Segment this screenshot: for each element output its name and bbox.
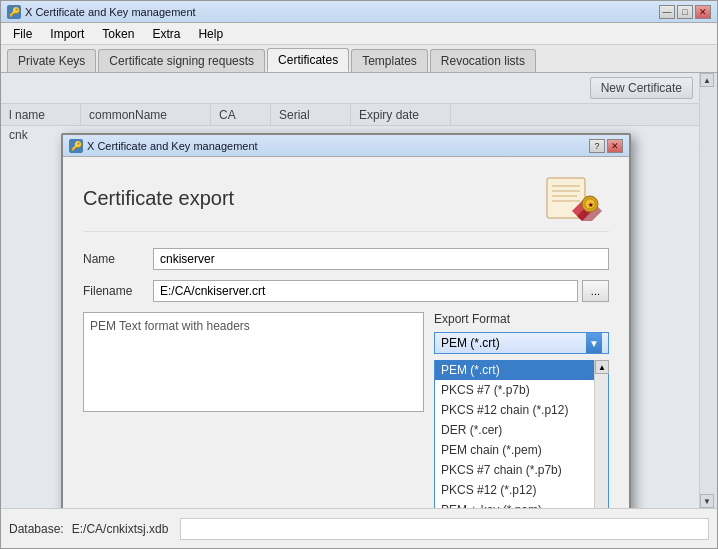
title-bar-controls: — □ ✕	[659, 5, 711, 19]
format-area: Export Format PEM (*.crt) ▼ PEM (*.crt)	[434, 312, 609, 508]
cert-decoration: ★	[539, 173, 609, 223]
db-path: E:/CA/cnkixtsj.xdb	[72, 522, 169, 536]
name-input[interactable]	[153, 248, 609, 270]
tab-revocation[interactable]: Revocation lists	[430, 49, 536, 72]
minimize-button[interactable]: —	[659, 5, 675, 19]
dialog-title-bar: 🔑 X Certificate and Key management ? ✕	[63, 135, 629, 157]
format-option-7[interactable]: PEM + key (*.pem)	[435, 500, 594, 508]
export-format-label: Export Format	[434, 312, 609, 326]
dropdown-list-inner: PEM (*.crt) PKCS #7 (*.p7b) PKCS #12 cha…	[435, 360, 608, 508]
dropdown-scroll-track	[595, 374, 608, 508]
tab-csr[interactable]: Certificate signing requests	[98, 49, 265, 72]
format-option-0[interactable]: PEM (*.crt)	[435, 360, 594, 380]
dialog-icon: 🔑	[69, 139, 83, 153]
filename-input[interactable]	[153, 280, 578, 302]
main-window-title: X Certificate and Key management	[25, 6, 196, 18]
name-row: Name	[83, 248, 609, 270]
title-bar: 🔑 X Certificate and Key management — □ ✕	[1, 1, 717, 23]
menu-token[interactable]: Token	[94, 25, 142, 43]
app-icon: 🔑	[7, 5, 21, 19]
dialog-close-button[interactable]: ✕	[607, 139, 623, 153]
dialog-help-button[interactable]: ?	[589, 139, 605, 153]
filename-label: Filename	[83, 284, 153, 298]
dialog-title-left: 🔑 X Certificate and Key management	[69, 139, 258, 153]
close-button[interactable]: ✕	[695, 5, 711, 19]
menu-extra[interactable]: Extra	[144, 25, 188, 43]
main-window: 🔑 X Certificate and Key management — □ ✕…	[0, 0, 718, 549]
menu-help[interactable]: Help	[190, 25, 231, 43]
dialog-heading-text: Certificate export	[83, 187, 234, 210]
menu-bar: File Import Token Extra Help	[1, 23, 717, 45]
format-dropdown-list: PEM (*.crt) PKCS #7 (*.p7b) PKCS #12 cha…	[434, 360, 609, 508]
tab-templates[interactable]: Templates	[351, 49, 428, 72]
tab-certificates[interactable]: Certificates	[267, 48, 349, 72]
maximize-button[interactable]: □	[677, 5, 693, 19]
content-area: New Certificate l name commonName CA Ser…	[1, 73, 717, 508]
format-select-header[interactable]: PEM (*.crt) ▼	[434, 332, 609, 354]
format-option-4[interactable]: PEM chain (*.pem)	[435, 440, 594, 460]
db-path-input[interactable]	[180, 518, 709, 540]
dropdown-arrow-icon[interactable]: ▼	[586, 333, 602, 353]
format-option-1[interactable]: PKCS #7 (*.p7b)	[435, 380, 594, 400]
format-option-2[interactable]: PKCS #12 chain (*.p12)	[435, 400, 594, 420]
tab-bar: Private Keys Certificate signing request…	[1, 45, 717, 73]
preview-box: PEM Text format with headers	[83, 312, 424, 412]
dialog-title: X Certificate and Key management	[87, 140, 258, 152]
menu-import[interactable]: Import	[42, 25, 92, 43]
db-label: Database:	[9, 522, 64, 536]
bottom-bar: Database: E:/CA/cnkixtsj.xdb	[1, 508, 717, 548]
dropdown-scroll-up[interactable]: ▲	[595, 360, 609, 374]
browse-button[interactable]: ...	[582, 280, 609, 302]
main-area: PEM Text format with headers Export Form…	[83, 312, 609, 508]
name-label: Name	[83, 252, 153, 266]
tab-private-keys[interactable]: Private Keys	[7, 49, 96, 72]
format-option-3[interactable]: DER (*.cer)	[435, 420, 594, 440]
dialog-content: Certificate export	[63, 157, 629, 508]
preview-text: PEM Text format with headers	[90, 319, 250, 333]
title-bar-left: 🔑 X Certificate and Key management	[7, 5, 196, 19]
filename-row: Filename ...	[83, 280, 609, 302]
selected-format-text: PEM (*.crt)	[441, 336, 500, 350]
format-option-5[interactable]: PKCS #7 chain (*.p7b)	[435, 460, 594, 480]
menu-file[interactable]: File	[5, 25, 40, 43]
format-option-6[interactable]: PKCS #12 (*.p12)	[435, 480, 594, 500]
dialog-title-controls: ? ✕	[589, 139, 623, 153]
format-dropdown: PEM (*.crt) PKCS #7 (*.p7b) PKCS #12 cha…	[434, 360, 609, 508]
dropdown-scrollbar: ▲ ▼	[594, 360, 608, 508]
dialog-heading: Certificate export	[83, 173, 609, 232]
certificate-export-dialog: 🔑 X Certificate and Key management ? ✕ C…	[61, 133, 631, 508]
